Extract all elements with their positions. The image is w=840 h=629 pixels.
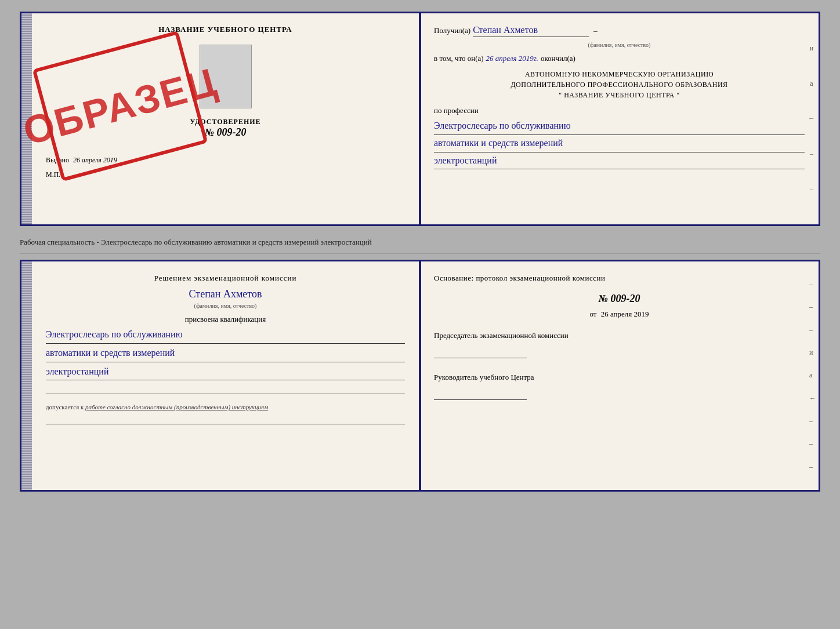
- fio-subtitle: (фамилия, имя, отчество): [434, 42, 805, 48]
- predsedatel-label: Председатель экзаменационной комиссии: [434, 330, 805, 341]
- deco-arrow: ←: [808, 114, 815, 123]
- qual-spine: [21, 261, 32, 490]
- qual-underline-blank: [46, 383, 405, 394]
- okonchil-label: окончил(а): [541, 54, 575, 63]
- predsedatel-block: Председатель экзаменационной комиссии: [434, 330, 805, 358]
- q-deco-5: –: [809, 439, 816, 448]
- org-line3: " НАЗВАНИЕ УЧЕБНОГО ЦЕНТРА ": [434, 90, 805, 100]
- deco-dash1: –: [810, 150, 813, 158]
- qual-underline-blank2: [46, 413, 405, 424]
- ot-label: от: [589, 310, 596, 318]
- certificate-book: НАЗВАНИЕ УЧЕБНОГО ЦЕНТРА УДОСТОВЕРЕНИЕ №…: [20, 12, 820, 226]
- specialty-bar: Рабочая специальность - Электрослесарь п…: [20, 232, 820, 254]
- spine-texture: [21, 13, 32, 224]
- qual-fio: Степан Ахметов: [46, 288, 405, 300]
- q-deco-3: –: [809, 326, 816, 335]
- qual-fio-subtitle: (фамилия, имя, отчество): [46, 303, 405, 309]
- qual-profession-3: электростанций: [46, 363, 405, 381]
- q-deco-6: –: [809, 463, 816, 471]
- cert-left-page: НАЗВАНИЕ УЧЕБНОГО ЦЕНТРА УДОСТОВЕРЕНИЕ №…: [21, 13, 420, 224]
- org-block: АВТОНОМНУЮ НЕКОММЕРЧЕСКУЮ ОРГАНИЗАЦИЮ ДО…: [434, 69, 805, 100]
- q-deco-i: и: [809, 348, 816, 357]
- dopuskaetsya-label: допускается к: [46, 403, 84, 410]
- q-deco-4: –: [809, 417, 816, 426]
- q-deco-1: –: [809, 280, 816, 289]
- deco-dash2: –: [810, 185, 813, 194]
- org-name: НАЗВАНИЕ УЧЕБНОГО ЦЕНТРА: [564, 91, 675, 99]
- qual-profession-1: Электрослесарь по обслуживанию: [46, 326, 405, 344]
- predsedatel-signature-line: [434, 344, 527, 358]
- vtom-line: в том, что он(а) 26 апреля 2019г. окончи…: [434, 54, 805, 63]
- udostoverenie-block: УДОСТОВЕРЕНИЕ № 009-20: [190, 118, 260, 139]
- vtom-label: в том, что он(а): [434, 54, 484, 63]
- udostoverenie-number: № 009-20: [190, 126, 260, 139]
- vydano-line: Выдано 26 апреля 2019: [46, 156, 405, 165]
- protocol-date-value: 26 апреля 2019: [601, 310, 649, 318]
- org-quote-open: ": [559, 91, 562, 99]
- poluchil-line: Получил(а) Степан Ахметов –: [434, 25, 805, 37]
- profession-line3: электростанций: [434, 152, 805, 170]
- qual-right-decorations: – – – и а ← – – –: [809, 273, 816, 478]
- q-deco-arr: ←: [809, 394, 816, 403]
- rukovoditel-signature-line: [434, 386, 527, 400]
- photo-placeholder: [200, 45, 252, 108]
- cert-left-content: НАЗВАНИЕ УЧЕБНОГО ЦЕНТРА УДОСТОВЕРЕНИЕ №…: [46, 25, 405, 179]
- training-center-title: НАЗВАНИЕ УЧЕБНОГО ЦЕНТРА: [158, 25, 292, 34]
- qual-right-page: Основание: протокол экзаменационной коми…: [420, 261, 819, 490]
- dopuskaetsya-block: допускается к работе согласно должностны…: [46, 403, 405, 410]
- org-line1: АВТОНОМНУЮ НЕКОММЕРЧЕСКУЮ ОРГАНИЗАЦИЮ: [434, 69, 805, 79]
- vydano-label: Выдано: [46, 156, 69, 164]
- profession-line1: Электрослесарь по обслуживанию: [434, 118, 805, 135]
- q-deco-a: а: [809, 371, 816, 380]
- osnovanie-title: Основание: протокол экзаменационной коми…: [434, 273, 805, 283]
- prisvoena-line: присвоена квалификация: [46, 315, 405, 324]
- right-side-decorations: и а ← – –: [807, 31, 816, 207]
- cert-right-page: Получил(а) Степан Ахметов – (фамилия, им…: [420, 13, 819, 224]
- fio-value: Степан Ахметов: [473, 25, 589, 37]
- udostoverenie-title: УДОСТОВЕРЕНИЕ: [190, 118, 260, 126]
- qualification-book: Решением экзаменационной комиссии Степан…: [20, 260, 820, 492]
- profession-line2: автоматики и средств измерений: [434, 135, 805, 152]
- org-line2: ДОПОЛНИТЕЛЬНОГО ПРОФЕССИОНАЛЬНОГО ОБРАЗО…: [434, 79, 805, 90]
- protocol-date: от 26 апреля 2019: [434, 310, 805, 319]
- po-professii: по профессии: [434, 106, 805, 115]
- resheniem-title: Решением экзаменационной комиссии: [46, 273, 405, 283]
- rukovoditel-block: Руководитель учебного Центра: [434, 372, 805, 400]
- mp-line: М.П.: [46, 170, 405, 179]
- dopuskaetsya-value: работе согласно должностным (производств…: [85, 403, 268, 410]
- qual-left-inner: Решением экзаменационной комиссии Степан…: [46, 273, 405, 425]
- qual-left-page: Решением экзаменационной комиссии Степан…: [21, 261, 420, 490]
- deco-i: и: [810, 44, 813, 53]
- document-wrapper: НАЗВАНИЕ УЧЕБНОГО ЦЕНТРА УДОСТОВЕРЕНИЕ №…: [20, 12, 820, 492]
- dash-right: –: [593, 26, 598, 35]
- deco-a: а: [810, 79, 813, 88]
- qual-profession-2: автоматики и средств измерений: [46, 345, 405, 362]
- vydano-date: 26 апреля 2019: [73, 156, 117, 164]
- q-deco-2: –: [809, 303, 816, 311]
- vtom-date: 26 апреля 2019г.: [486, 54, 538, 63]
- org-quote-close: ": [676, 91, 679, 99]
- poluchil-label: Получил(а): [434, 26, 470, 35]
- rukovoditel-label: Руководитель учебного Центра: [434, 372, 805, 383]
- protocol-number: № 009-20: [434, 293, 805, 305]
